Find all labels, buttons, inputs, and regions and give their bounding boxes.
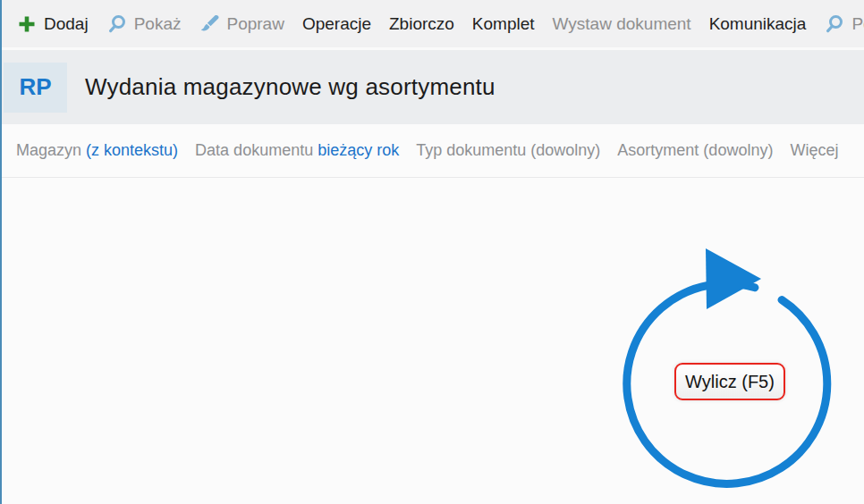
toolbar-button-dodaj[interactable]: Dodaj <box>16 13 89 35</box>
document-type-badge: RP <box>4 63 67 113</box>
toolbar-label: Dodaj <box>44 14 89 34</box>
toolbar-button-komplet[interactable]: Komplet <box>472 14 535 34</box>
filter-label: Data dokumentu <box>195 141 313 160</box>
wylicz-button[interactable]: Wylicz (F5) <box>674 363 785 400</box>
toolbar: Dodaj Pokaż Popraw Operacje Zbiorczo K <box>2 0 864 47</box>
filter-label: Asortyment (dowolny) <box>617 141 773 160</box>
filter-wiecej[interactable]: Więcej <box>790 141 838 160</box>
app-window: Dodaj Pokaż Popraw Operacje Zbiorczo K <box>0 0 864 504</box>
toolbar-label: Komplet <box>472 14 535 34</box>
filter-label: Magazyn <box>16 141 81 160</box>
toolbar-label: Operacje <box>302 14 371 34</box>
magnifier-icon <box>824 13 845 35</box>
toolbar-button-pokaz[interactable]: Pokaż <box>106 13 182 35</box>
filter-label: Typ dokumentu (dowolny) <box>416 141 600 160</box>
brush-icon <box>199 13 220 35</box>
toolbar-label: Popraw <box>226 14 284 34</box>
title-bar: RP Wydania magazynowe wg asortymentu <box>2 50 864 124</box>
main-content: Wylicz (F5) <box>2 178 864 504</box>
toolbar-button-komunikacja[interactable]: Komunikacja <box>709 14 807 34</box>
filter-data-dokumentu[interactable]: Data dokumentu bieżący rok <box>195 141 399 160</box>
plus-icon <box>16 13 38 35</box>
filter-value-link[interactable]: bieżący rok <box>318 141 399 160</box>
toolbar-button-pokaz-2[interactable]: Pokaż <box>824 13 864 35</box>
filter-magazyn[interactable]: Magazyn (z kontekstu) <box>16 141 178 160</box>
filter-label: Więcej <box>790 141 838 160</box>
filter-typ-dokumentu[interactable]: Typ dokumentu (dowolny) <box>416 141 600 160</box>
toolbar-button-operacje[interactable]: Operacje <box>302 14 371 34</box>
toolbar-label: Zbiorczo <box>389 14 454 34</box>
toolbar-label: Komunikacja <box>709 14 807 34</box>
magnifier-icon <box>106 13 128 35</box>
filter-value-link[interactable]: (z kontekstu) <box>86 141 178 160</box>
toolbar-button-popraw[interactable]: Popraw <box>199 13 284 35</box>
filter-asortyment[interactable]: Asortyment (dowolny) <box>617 141 773 160</box>
toolbar-label: Pokaż <box>851 14 864 34</box>
toolbar-button-zbiorczo[interactable]: Zbiorczo <box>389 14 454 34</box>
refresh-circle-icon <box>606 227 847 495</box>
toolbar-label: Pokaż <box>134 14 182 34</box>
page-title: Wydania magazynowe wg asortymentu <box>85 73 496 101</box>
toolbar-label: Wystaw dokument <box>553 14 691 34</box>
filter-bar: Magazyn (z kontekstu) Data dokumentu bie… <box>2 124 864 178</box>
toolbar-button-wystaw-dokument[interactable]: Wystaw dokument <box>553 14 691 34</box>
